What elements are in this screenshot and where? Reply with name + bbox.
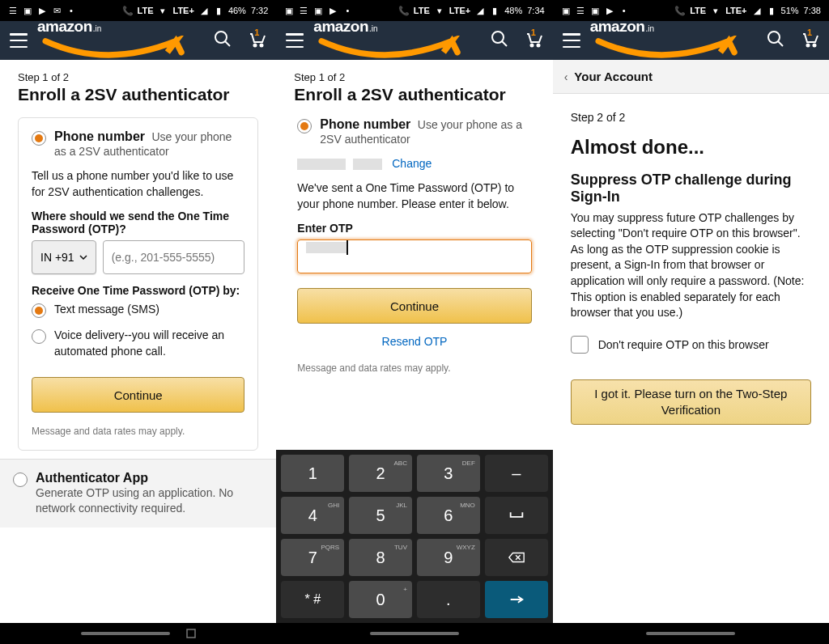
cart-icon[interactable]: 1 (247, 29, 266, 52)
svg-line-6 (502, 41, 507, 46)
nav-home-pill[interactable] (370, 632, 459, 635)
numeric-keyboard: 1 2ABC 3DEF – 4GHI 5JKL 6MNO 7PQRS 8TUV … (276, 450, 552, 623)
menu-icon[interactable] (10, 33, 28, 48)
radio-phone-number[interactable] (297, 119, 312, 133)
key-backspace[interactable] (485, 539, 548, 576)
redacted-phone (353, 159, 382, 170)
key-7[interactable]: 7PQRS (281, 539, 344, 576)
key-3[interactable]: 3DEF (417, 455, 480, 492)
notif-icon: ▶ (328, 6, 338, 15)
svg-rect-4 (187, 629, 195, 638)
nav-bar (0, 623, 276, 644)
menu-icon[interactable] (563, 33, 580, 48)
got-it-button[interactable]: I got it. Please turn on the Two-Step Ve… (571, 379, 811, 425)
content-area: Step 1 of 2 Enroll a 2SV authenticator P… (276, 60, 552, 644)
key-8[interactable]: 8TUV (349, 539, 412, 576)
notif-icon: ☰ (8, 6, 18, 15)
search-icon[interactable] (213, 29, 232, 52)
resend-otp-link[interactable]: Resend OTP (297, 335, 531, 348)
breadcrumb[interactable]: ‹ Your Account (553, 60, 829, 94)
lte-icon: LTE (414, 6, 430, 15)
voice-label: Voice delivery--you will receive an auto… (54, 328, 244, 359)
svg-point-2 (254, 44, 257, 47)
amazon-logo[interactable]: amazon.in (313, 18, 479, 63)
search-icon[interactable] (490, 29, 509, 52)
chevron-down-icon (79, 255, 87, 260)
app-header: amazon.in 1 (0, 21, 276, 60)
cart-badge: 1 (254, 28, 259, 37)
cart-icon[interactable]: 1 (800, 29, 819, 52)
cart-badge: 1 (807, 28, 812, 37)
notif-icon: ✉ (52, 6, 62, 15)
radio-sms[interactable] (32, 303, 46, 318)
cart-icon[interactable]: 1 (524, 29, 543, 52)
option-title: Phone number (54, 129, 145, 143)
key-symbols[interactable]: * # (281, 581, 344, 618)
sent-text: We've sent a One Time Password (OTP) to … (297, 180, 531, 212)
key-dot[interactable]: . (417, 581, 480, 618)
change-link[interactable]: Change (392, 157, 432, 170)
receive-label: Receive One Time Password (OTP) by: (32, 284, 244, 297)
key-0[interactable]: 0+ (349, 581, 412, 618)
phone-option-card: Phone number Use your phone as a 2SV aut… (294, 117, 534, 374)
page-title: Almost done... (571, 136, 811, 159)
nav-recent-icon[interactable] (186, 629, 196, 638)
notif-icon: ☰ (299, 6, 308, 15)
key-1[interactable]: 1 (281, 455, 344, 492)
signal-icon: ◢ (199, 6, 209, 15)
nav-home-pill[interactable] (646, 632, 735, 635)
notif-icon: • (66, 6, 76, 15)
key-5[interactable]: 5JKL (349, 497, 412, 534)
signal-icon: ◢ (475, 6, 485, 15)
key-2[interactable]: 2ABC (349, 455, 412, 492)
redacted-phone (297, 159, 346, 170)
menu-icon[interactable] (286, 33, 304, 48)
svg-point-7 (530, 44, 533, 47)
svg-point-3 (261, 44, 263, 47)
suppress-otp-checkbox[interactable] (571, 336, 589, 354)
breadcrumb-label: Your Account (574, 70, 653, 83)
page-title: Enroll a 2SV authenticator (18, 85, 258, 104)
notif-icon: ▣ (590, 6, 600, 15)
text-cursor (346, 240, 348, 255)
radio-voice[interactable] (32, 329, 46, 344)
key-4[interactable]: 4GHI (281, 497, 344, 534)
option-title: Phone number (320, 117, 410, 131)
country-code-select[interactable]: IN +91 (32, 240, 96, 274)
key-6[interactable]: 6MNO (417, 497, 480, 534)
step-label: Step 2 of 2 (571, 110, 811, 126)
svg-line-10 (778, 41, 783, 46)
app-header: amazon.in 1 (553, 21, 829, 60)
key-enter[interactable] (485, 581, 548, 618)
rates-note: Message and data rates may apply. (32, 426, 244, 437)
svg-line-1 (225, 41, 230, 46)
phone-screen-3: ▣ ☰ ▣ ▶ • 📞 LTE ▾ LTE+ ◢ ▮ 51% 7:38 amaz… (553, 0, 829, 644)
step-label: Step 1 of 2 (18, 71, 258, 83)
cart-badge: 1 (531, 28, 536, 37)
notif-icon: ▶ (37, 6, 47, 15)
nav-home-pill[interactable] (81, 632, 170, 635)
checkbox-label: Don't require OTP on this browser (598, 338, 769, 351)
radio-phone-number[interactable] (32, 131, 46, 146)
phone-input[interactable] (103, 240, 245, 274)
key-9[interactable]: 9WXYZ (417, 539, 480, 576)
battery-icon: ▮ (214, 6, 223, 15)
amazon-logo[interactable]: amazon.in (590, 18, 756, 63)
authenticator-app-card[interactable]: Authenticator App Generate OTP using an … (0, 459, 276, 527)
content-area: Step 1 of 2 Enroll a 2SV authenticator P… (0, 60, 276, 644)
body-text: You may suppress future OTP challenges b… (571, 210, 811, 321)
continue-button[interactable]: Continue (297, 288, 531, 324)
battery-pct: 48% (504, 6, 522, 15)
key-dash[interactable]: – (485, 455, 548, 492)
continue-button[interactable]: Continue (32, 377, 244, 413)
battery-pct: 51% (781, 6, 799, 15)
wifi-icon: ▾ (435, 6, 444, 15)
otp-input[interactable] (297, 239, 531, 273)
notif-icon: ▣ (561, 6, 571, 15)
key-space[interactable] (485, 497, 548, 534)
search-icon[interactable] (766, 29, 785, 52)
radio-authenticator-app[interactable] (13, 472, 28, 487)
nav-bar (553, 623, 829, 644)
amazon-logo[interactable]: amazon.in (37, 18, 203, 63)
notif-icon: • (342, 6, 352, 15)
